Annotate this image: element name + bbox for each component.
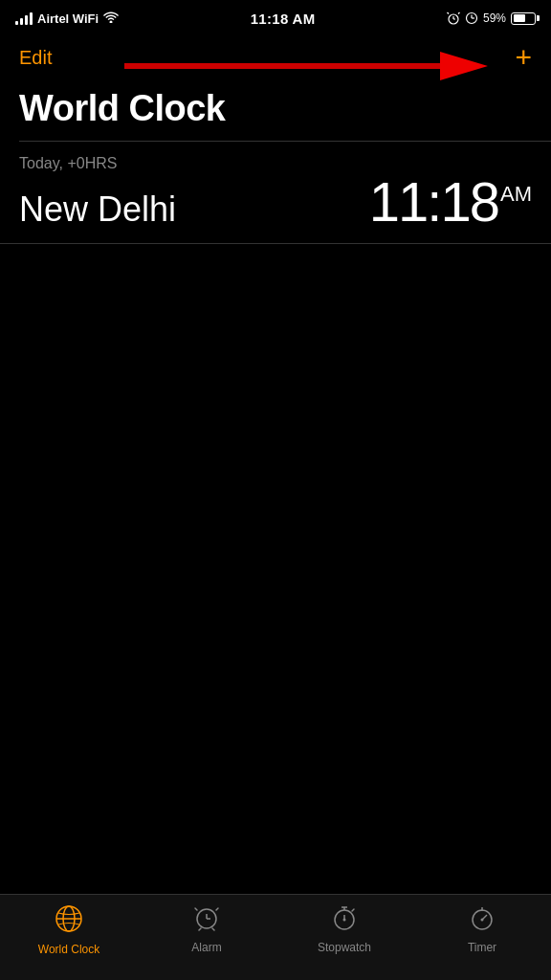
signal-bar-1 — [15, 21, 18, 25]
svg-point-20 — [343, 919, 346, 922]
battery-fill — [514, 14, 525, 22]
nav-bar: Edit + — [0, 34, 551, 84]
tab-stopwatch-label: Stopwatch — [318, 941, 371, 954]
battery-percent: 59% — [483, 11, 506, 25]
signal-bar-4 — [30, 12, 33, 25]
clock-ampm: AM — [500, 182, 532, 206]
clock-entry: Today, +0HRS New Delhi 11:18AM — [0, 142, 551, 243]
wifi-icon — [103, 11, 119, 26]
clock-status-icon — [465, 11, 478, 25]
tab-stopwatch[interactable]: Stopwatch — [276, 904, 413, 954]
status-right: 59% — [447, 11, 536, 25]
clock-time: 11:18AM — [369, 174, 532, 230]
battery-icon — [511, 12, 536, 25]
alarm-status-icon — [447, 11, 460, 25]
alarm-icon — [193, 904, 220, 936]
timer-icon — [469, 904, 496, 936]
clock-city: New Delhi — [19, 189, 176, 230]
tab-timer[interactable]: Timer — [413, 904, 551, 954]
clock-time-value: 11:18 — [369, 170, 498, 233]
tab-timer-label: Timer — [468, 941, 496, 954]
tab-world-clock-label: World Clock — [38, 943, 99, 956]
tab-alarm[interactable]: Alarm — [138, 904, 276, 954]
tab-world-clock[interactable]: World Clock — [0, 904, 138, 956]
signal-bar-3 — [25, 15, 28, 25]
svg-point-0 — [110, 21, 113, 24]
status-bar: Airtel WiFi 11:18 AM 59% — [0, 0, 551, 34]
page-title: World Clock — [0, 84, 551, 141]
edit-button[interactable]: Edit — [19, 47, 52, 69]
tab-alarm-label: Alarm — [191, 941, 221, 954]
signal-bar-2 — [20, 18, 23, 25]
svg-point-24 — [481, 919, 484, 922]
battery-container — [511, 12, 536, 25]
stopwatch-icon — [331, 904, 358, 936]
clock-row: New Delhi 11:18AM — [19, 174, 532, 230]
carrier-label: Airtel WiFi — [37, 11, 99, 26]
status-time: 11:18 AM — [251, 11, 316, 27]
status-left: Airtel WiFi — [15, 11, 119, 26]
signal-bars — [15, 11, 33, 25]
world-clock-icon — [55, 904, 83, 938]
tab-bar: World Clock Alarm — [0, 894, 551, 980]
add-clock-button[interactable]: + — [515, 43, 532, 72]
bottom-divider — [0, 243, 551, 244]
